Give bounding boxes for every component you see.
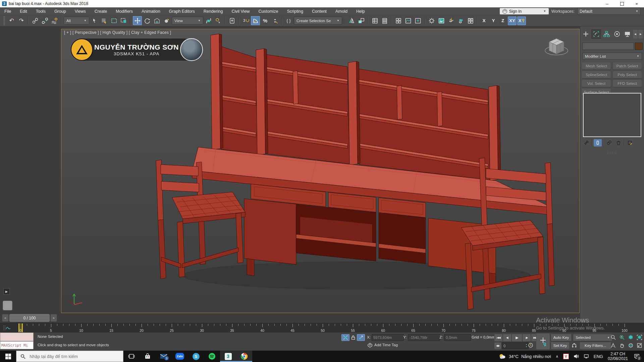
select-and-rotate-button[interactable]: [143, 16, 152, 25]
menu-help[interactable]: Help: [352, 7, 369, 15]
add-time-tag[interactable]: Add Time Tag: [374, 343, 398, 347]
track-bar[interactable]: 5101520253035404550556065707580859095100…: [0, 323, 644, 333]
menu-create[interactable]: Create: [90, 7, 112, 15]
search-input[interactable]: [29, 354, 111, 359]
next-frame-button[interactable]: >: [50, 314, 57, 322]
schematic-view-button[interactable]: [413, 16, 422, 25]
key-filters-button[interactable]: Key Filters...: [580, 342, 611, 349]
scene-explorer-toggle[interactable]: [394, 16, 403, 25]
clock[interactable]: 2:47 CH 02/08/2021: [608, 352, 628, 361]
next-key-button[interactable]: |▶: [522, 334, 531, 342]
zalo-button[interactable]: Zalo: [172, 351, 188, 362]
maxscript-mini-listener-pink[interactable]: [0, 333, 34, 341]
vol-select-button[interactable]: Vol. Select: [582, 79, 611, 87]
orbit-tool[interactable]: [627, 342, 635, 349]
3dsmax-taskbar-button[interactable]: 3: [220, 351, 236, 362]
panel-resize-handle[interactable]: ············: [580, 151, 644, 154]
auto-key-button[interactable]: Auto Key: [551, 334, 572, 341]
x-coordinate-field[interactable]: 5973,604m: [372, 334, 404, 341]
network-icon[interactable]: [584, 354, 589, 359]
ribbon-toggle[interactable]: [380, 16, 389, 25]
configure-modifier-sets-button[interactable]: [626, 139, 634, 146]
snaps-axis-constraint-button[interactable]: X: [517, 16, 526, 25]
y-coordinate-field[interactable]: -1540,798r: [408, 334, 440, 341]
menu-customize[interactable]: Customize: [254, 7, 282, 15]
menu-scripting[interactable]: Scripting: [282, 7, 308, 15]
rendered-frame-window-button[interactable]: [466, 16, 475, 25]
restrict-z-button[interactable]: Z: [498, 16, 507, 25]
sign-in-button[interactable]: Sign In ▼: [500, 8, 549, 14]
viewport-layout-tab[interactable]: [3, 301, 12, 310]
bind-spacewarp-button[interactable]: [50, 16, 59, 25]
layer-explorer-toggle[interactable]: [370, 16, 379, 25]
object-color-swatch[interactable]: [635, 43, 643, 50]
percent-snap-toggle[interactable]: %: [261, 16, 270, 25]
redo-button[interactable]: ↷: [17, 16, 26, 25]
tray-expand-chevron[interactable]: ∧: [556, 354, 558, 359]
angle-snap-toggle[interactable]: [251, 16, 260, 25]
select-and-scale-button[interactable]: [152, 16, 161, 25]
go-to-start-button[interactable]: |◀◀: [494, 334, 503, 342]
play-button[interactable]: ▶: [512, 334, 522, 342]
z-coordinate-field[interactable]: 0,0mm: [444, 334, 471, 341]
previous-key-button[interactable]: ◀|: [503, 334, 512, 342]
modifier-list-dropdown[interactable]: Modifier List▼: [582, 53, 642, 60]
desk-model[interactable]: [61, 29, 579, 313]
workspaces-dropdown[interactable]: Default ▼: [577, 8, 641, 15]
select-by-name-button[interactable]: [100, 16, 109, 25]
tab-create[interactable]: [581, 29, 591, 39]
set-key-button[interactable]: Set Key: [551, 342, 570, 349]
weather-widget[interactable]: 34°C Nắng nhiều nơi: [499, 353, 551, 359]
modifier-stack-list[interactable]: [583, 93, 641, 137]
field-of-view-button[interactable]: [609, 342, 618, 349]
minimize-button[interactable]: –: [600, 0, 614, 7]
align-button[interactable]: [357, 16, 366, 25]
restrict-xy-plane-button[interactable]: XY: [508, 16, 517, 25]
start-button[interactable]: [0, 351, 16, 362]
show-end-result-button[interactable]: [594, 139, 602, 146]
viewcube[interactable]: [543, 35, 570, 59]
poly-select-button[interactable]: Poly Select: [612, 71, 642, 78]
maximize-viewport-toggle[interactable]: [635, 342, 644, 349]
curve-editor-button[interactable]: [404, 16, 413, 25]
render-setup-button[interactable]: [437, 16, 446, 25]
pin-stack-button[interactable]: [582, 139, 590, 146]
mirror-button[interactable]: [347, 16, 356, 25]
key-mode-toggle[interactable]: ◀▶: [494, 342, 501, 349]
material-editor-button[interactable]: [427, 16, 436, 25]
selection-lock-toggle[interactable]: [350, 334, 356, 341]
menu-graph-editors[interactable]: Graph Editors: [165, 7, 199, 15]
window-crossing-toggle[interactable]: [119, 16, 128, 25]
unikey-tray-icon[interactable]: V: [563, 354, 569, 359]
selection-filter-dropdown[interactable]: All▼: [64, 17, 89, 24]
select-and-move-button[interactable]: [133, 16, 142, 25]
isolate-selection-toggle[interactable]: [341, 334, 350, 341]
mail-button[interactable]: 3: [156, 351, 172, 362]
undo-button[interactable]: ↶: [7, 16, 16, 25]
select-link-button[interactable]: [31, 16, 40, 25]
zoom-extents-all-button[interactable]: [635, 334, 644, 341]
key-filters-icon[interactable]: [570, 342, 578, 349]
menu-arnold[interactable]: Arnold: [331, 7, 352, 15]
mesh-select-button[interactable]: Mesh Select: [582, 62, 611, 70]
menu-group[interactable]: Group: [50, 7, 70, 15]
toolbar-drag-handle[interactable]: [3, 16, 5, 25]
menu-rendering[interactable]: Rendering: [199, 7, 227, 15]
menu-animation[interactable]: Animation: [137, 7, 165, 15]
notification-center-button[interactable]: 2: [633, 353, 641, 360]
render-production-button[interactable]: [446, 16, 455, 25]
menu-modifiers[interactable]: Modifiers: [111, 7, 137, 15]
restore-button[interactable]: [614, 0, 629, 7]
unlink-button[interactable]: [40, 16, 49, 25]
zoom-tool[interactable]: [609, 334, 618, 341]
time-slider-frame-display[interactable]: 0 / 100: [9, 314, 50, 322]
rectangular-selection-region-button[interactable]: [109, 16, 118, 25]
reference-coordinate-dropdown[interactable]: View▼: [172, 17, 203, 24]
spinner-snap-toggle[interactable]: [270, 16, 279, 25]
tab-modify[interactable]: [591, 29, 601, 39]
spline-select-button[interactable]: SplineSelect: [582, 71, 611, 78]
close-button[interactable]: ×: [629, 0, 644, 7]
tabs-scroll-left[interactable]: ◀: [633, 30, 638, 39]
perspective-viewport[interactable]: [ + ] [ Perspective ] [ High Quality ] […: [61, 29, 580, 313]
volume-icon[interactable]: [574, 354, 579, 359]
